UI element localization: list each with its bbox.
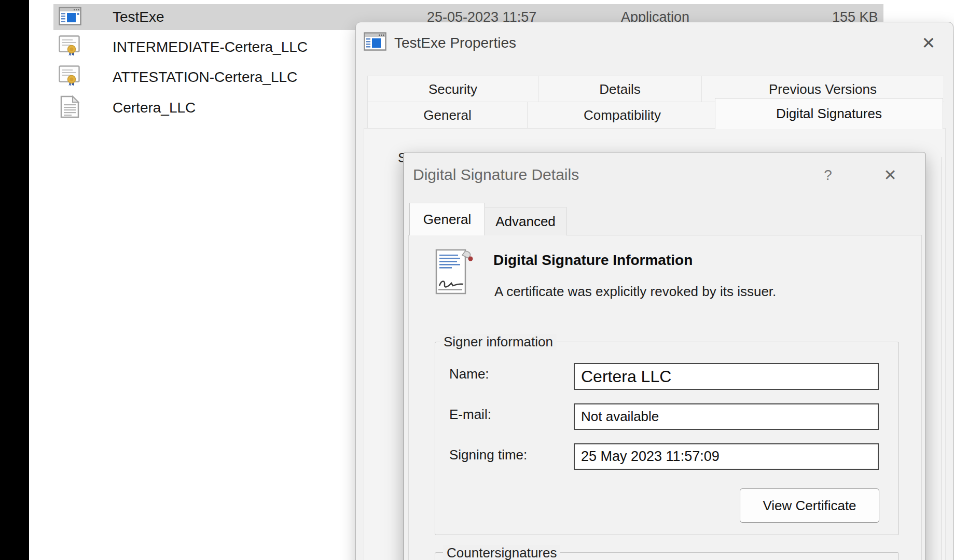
file-name: ATTESTATION-Certera_LLC bbox=[113, 64, 297, 90]
tab-compatibility[interactable]: Compatibility bbox=[527, 102, 717, 129]
letterbox-bar bbox=[0, 0, 29, 560]
tab-advanced[interactable]: Advanced bbox=[485, 207, 566, 235]
certificate-icon bbox=[59, 35, 80, 59]
email-label: E-mail: bbox=[449, 407, 491, 423]
signer-information-label: Signer information bbox=[440, 334, 557, 350]
view-certificate-button[interactable]: View Certificate bbox=[740, 488, 879, 523]
exe-icon bbox=[364, 32, 386, 53]
certificate-icon bbox=[59, 65, 80, 89]
document-icon bbox=[60, 95, 80, 120]
signing-time-field[interactable]: 25 May 2023 11:57:09 bbox=[574, 443, 879, 470]
name-label: Name: bbox=[449, 366, 489, 382]
signature-status-text: A certificate was explicitly revoked by … bbox=[494, 284, 776, 300]
signature-details-dialog: Digital Signature Details ? ✕ General Ad… bbox=[403, 152, 926, 560]
help-icon[interactable]: ? bbox=[817, 164, 839, 187]
tab-digital-signatures[interactable]: Digital Signatures bbox=[715, 98, 943, 129]
screen: TestExe 25-05-2023 11:57 Application 155… bbox=[0, 0, 954, 560]
signature-info-heading: Digital Signature Information bbox=[493, 252, 693, 269]
signature-document-icon bbox=[435, 247, 474, 297]
countersignatures-label: Countersignatures bbox=[443, 545, 560, 560]
close-icon[interactable]: ✕ bbox=[915, 31, 942, 55]
file-name: Certera_LLC bbox=[113, 95, 196, 121]
file-name: TestExe bbox=[113, 4, 164, 30]
group-box-edge bbox=[941, 157, 942, 560]
tab-security[interactable]: Security bbox=[367, 76, 538, 103]
tab-general[interactable]: General bbox=[409, 203, 485, 235]
tab-general[interactable]: General bbox=[367, 102, 528, 129]
file-name: INTERMEDIATE-Certera_LLC bbox=[113, 34, 308, 60]
exe-icon bbox=[59, 7, 81, 27]
tab-details[interactable]: Details bbox=[538, 76, 702, 103]
close-icon[interactable]: ✕ bbox=[877, 163, 904, 187]
signing-time-label: Signing time: bbox=[449, 447, 527, 463]
dialog-title: Digital Signature Details bbox=[413, 166, 579, 184]
dialog-title: TestExe Properties bbox=[394, 35, 516, 51]
email-field[interactable]: Not available bbox=[574, 403, 879, 430]
name-field[interactable]: Certera LLC bbox=[574, 363, 879, 390]
